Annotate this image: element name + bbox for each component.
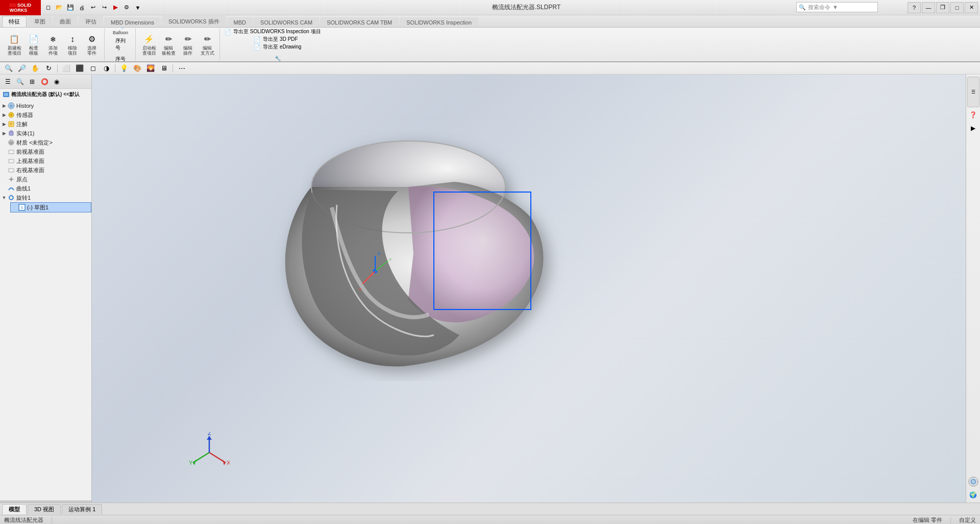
tab-sketch[interactable]: 草图	[28, 16, 52, 27]
toolbar-new-inspection[interactable]: 📋 新建检查项目	[5, 32, 23, 57]
svg-point-5	[10, 114, 12, 116]
panel-filter[interactable]: ☰	[2, 76, 13, 87]
toolbar-start-inspect[interactable]: ⚡ 启动检查项目	[140, 32, 158, 57]
panel-config[interactable]: ⭕	[39, 76, 50, 87]
tab-sw-cam-tbm[interactable]: SOLIDWORKS CAM TBM	[320, 17, 399, 27]
tree-item-sketch1[interactable]: S (-) 草图1	[10, 202, 91, 212]
tree-item-right[interactable]: 右视基准面	[0, 165, 91, 175]
toolbar-edit-mode[interactable]: ✏ 编辑支方式	[198, 32, 216, 57]
sketch1-label: (-) 草图1	[27, 204, 48, 211]
feature-tree-panel: ☰ 🔍 ⊞ ⭕ ◉ 椭流线法配光器 (默认) <<默认 ▶ H History	[0, 75, 92, 503]
view-section[interactable]: ◑	[101, 63, 112, 74]
qa-pointer[interactable]: ▶	[110, 3, 120, 13]
toolbar-select[interactable]: ⚙ 选择零件	[83, 32, 101, 57]
svg-rect-15	[9, 159, 14, 163]
right-btn-3[interactable]: ▶	[968, 123, 979, 134]
svg-text:H: H	[10, 104, 12, 108]
view-zoom-fit[interactable]: 🔍	[3, 63, 14, 74]
tab-surface[interactable]: 曲面	[53, 16, 78, 27]
part-icon	[2, 90, 10, 99]
right-btn-2[interactable]: ❓	[968, 109, 979, 121]
toolbar-group-edit: ⚡ 启动检查项目 ✏ 编辑板检查 ✏ 编辑操作 ✏ 编辑支方式	[137, 28, 220, 61]
svg-marker-41	[207, 436, 212, 440]
panel-resize-handle[interactable]	[0, 501, 91, 503]
quick-access-toolbar: ◻ 📂 💾 🖨 ↩ ↪ ▶ ⚙ ▼	[41, 3, 145, 13]
tree-item-revolve1[interactable]: ▼ 旋转1	[0, 193, 91, 202]
tree-item-front[interactable]: 前视基准面	[0, 147, 91, 156]
toolbar-add[interactable]: ❄ 添加件项	[44, 32, 62, 57]
view-shade[interactable]: ⬛	[74, 63, 85, 74]
status-div-2	[950, 517, 951, 523]
view-wire[interactable]: ⬜	[61, 63, 72, 74]
view-display[interactable]: 🖥	[158, 63, 169, 74]
notes-icon	[7, 120, 15, 128]
tab-evaluate[interactable]: 评估	[79, 16, 103, 27]
tab-sw-inspection[interactable]: SOLIDWORKS Inspection	[400, 17, 478, 27]
tree-item-sensor[interactable]: ▶ 传感器	[0, 110, 91, 120]
toolbar-group-balloon: 🎈 Balloon 序列号 序号 Sequence	[106, 28, 136, 61]
tab-sw-plugins[interactable]: SOLIDWORKS 插件	[162, 16, 226, 27]
status-customize[interactable]: 自定义	[959, 516, 976, 524]
tab-features[interactable]: 特征	[2, 16, 27, 27]
view-hidden[interactable]: ◻	[87, 63, 99, 74]
qa-undo[interactable]: ↩	[88, 3, 98, 13]
qa-new[interactable]: ◻	[43, 3, 53, 13]
tab-sw-cam[interactable]: SOLIDWORKS CAM	[254, 17, 319, 27]
part-title[interactable]: 椭流线法配光器 (默认) <<默认	[0, 89, 91, 100]
qa-settings[interactable]: ⚙	[121, 3, 132, 13]
view-more[interactable]: ⋯	[176, 63, 187, 74]
panel-search[interactable]: 🔍	[14, 76, 26, 87]
toolbar-edit-board[interactable]: ✏ 编辑板检查	[159, 32, 178, 57]
toolbar-edit-op[interactable]: ✏ 编辑操作	[179, 32, 197, 57]
close-btn[interactable]: ✕	[965, 2, 978, 13]
qa-redo[interactable]: ↪	[99, 3, 109, 13]
tree-item-top[interactable]: 上视基准面	[0, 156, 91, 165]
revolve-icon	[7, 194, 15, 202]
toolbar-balloon[interactable]: 🎈 Balloon	[111, 28, 130, 37]
view-rotate[interactable]: ↻	[43, 63, 54, 74]
qa-print[interactable]: 🖨	[77, 3, 87, 13]
view-pan[interactable]: ✋	[30, 63, 41, 74]
toolbar-auto-sequence[interactable]: 序号 Sequence	[109, 52, 132, 62]
restore-btn[interactable]: ❐	[936, 2, 949, 13]
status-edit-text: 在编辑 零件	[913, 516, 942, 524]
tree-item-origin[interactable]: 原点	[0, 175, 91, 184]
tree-item-curve1[interactable]: 曲线1	[0, 184, 91, 193]
view-scene[interactable]: 🌄	[145, 63, 156, 74]
3d-viewport[interactable]: Z Y X X Y Z	[92, 75, 966, 503]
tab-mbd[interactable]: MBD	[227, 17, 253, 27]
right-btn-5[interactable]: 🌍	[968, 489, 979, 501]
view-zoom-in[interactable]: 🔎	[16, 63, 28, 74]
qa-dropdown[interactable]: ▼	[133, 3, 143, 13]
view-appear[interactable]: 🎨	[132, 63, 143, 74]
right-btn-4[interactable]	[968, 476, 979, 487]
svg-text:Z: Z	[378, 251, 380, 256]
toolbar-net-inspect[interactable]: 🔧 Net-Inspect	[266, 51, 289, 62]
minimize-btn[interactable]: —	[922, 2, 935, 13]
maximize-btn[interactable]: □	[950, 2, 964, 13]
bottom-tab-3d[interactable]: 3D 视图	[28, 504, 61, 514]
tab-mbd-dim[interactable]: MBD Dimensions	[104, 17, 161, 27]
bottom-tab-model[interactable]: 模型	[2, 504, 27, 514]
right-icon	[7, 166, 15, 174]
solid-arrow: ▶	[1, 130, 7, 136]
panel-expand[interactable]: ⊞	[27, 76, 38, 87]
toolbar-move[interactable]: ↕ 移除项目	[63, 32, 82, 57]
toolbar-sequence[interactable]: 序列号	[111, 37, 130, 52]
bottom-tab-motion[interactable]: 运动算例 1	[62, 504, 102, 514]
tree-item-notes[interactable]: ▶ 注解	[0, 120, 91, 129]
help-btn[interactable]: ?	[908, 2, 921, 13]
tree-item-material[interactable]: M 材质 <未指定>	[0, 138, 91, 147]
material-label: 材质 <未指定>	[16, 139, 53, 147]
search-box[interactable]: 🔍 搜索命令 ▼	[796, 2, 878, 12]
right-btn-1[interactable]: ☰	[967, 77, 979, 107]
qa-open[interactable]: 📂	[54, 3, 64, 13]
svg-text:Y: Y	[389, 257, 392, 262]
qa-save[interactable]: 💾	[65, 3, 76, 13]
svg-rect-14	[9, 150, 14, 154]
tree-item-history[interactable]: ▶ H History	[0, 101, 91, 110]
tree-item-solid[interactable]: ▶ 实体(1)	[0, 129, 91, 138]
panel-more[interactable]: ◉	[51, 76, 62, 87]
toolbar-template[interactable]: 📄 检查模板	[24, 32, 43, 57]
view-lights[interactable]: 💡	[118, 63, 130, 74]
